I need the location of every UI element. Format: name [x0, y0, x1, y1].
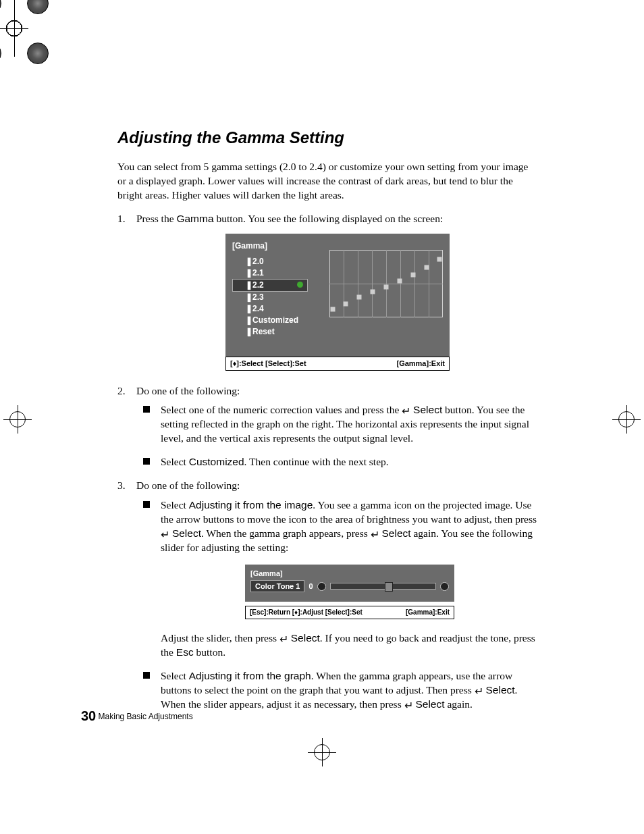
step-2: 2. Do one of the following: Select one o… — [117, 384, 539, 470]
enter-icon: ↵ — [475, 685, 483, 699]
osd-gamma-graph — [329, 250, 443, 317]
enter-icon: ↵ — [404, 699, 413, 713]
gamma-slider-osd-screenshot: [Gamma] Color Tone 1 0 [Esc — [245, 565, 454, 619]
button-label-select: Select — [413, 404, 442, 415]
option-label-adjust-from-graph: Adjusting it from the graph — [189, 670, 311, 681]
text: Select one of the numeric correction val… — [161, 404, 402, 415]
button-label-esc: Esc — [176, 646, 194, 658]
osd-title: [Gamma] — [250, 569, 449, 579]
option-label-adjust-from-image: Adjusting it from the image — [189, 499, 313, 511]
intro-paragraph: You can select from 5 gamma settings (2.… — [117, 160, 539, 203]
bullet-item: Select Adjusting it from the image. You … — [136, 498, 539, 660]
osd-status-bar: [Esc]:Return [♦]:Adjust [Select]:Set [Ga… — [245, 606, 454, 619]
registration-marks — [612, 405, 641, 434]
registration-marks — [0, 0, 28, 57]
osd-slider-label: Color Tone 1 — [250, 580, 304, 593]
section-heading: Adjusting the Gamma Setting — [117, 128, 539, 148]
osd-slider-value: 0 — [308, 581, 313, 592]
osd-menu-item: ❚2.0 — [232, 256, 308, 267]
text: Press the — [136, 213, 176, 224]
button-label-select: Select — [415, 698, 444, 710]
text: Do one of the following: — [136, 479, 240, 491]
osd-slider-track — [330, 583, 436, 590]
footer-section-title: Making Basic Adjustments — [99, 712, 193, 721]
osd-bar-left: [Esc]:Return [♦]:Adjust [Select]:Set — [250, 608, 363, 617]
osd-knob-icon — [317, 582, 326, 591]
text: Select — [161, 670, 189, 681]
osd-knob-icon — [440, 582, 449, 591]
osd-menu-item: ❚2.1 — [232, 267, 308, 279]
step-3: 3. Do one of the following: Select Adjus… — [117, 479, 539, 711]
text: Select — [161, 499, 189, 511]
bullet-list: Select Adjusting it from the image. You … — [136, 498, 539, 711]
text: . When the gamma graph appears, press — [201, 527, 371, 539]
text: Select — [161, 456, 189, 467]
step-1: 1. Press the Gamma button. You see the f… — [117, 212, 539, 371]
osd-bar-right: [Gamma]:Exit — [406, 608, 450, 617]
button-label-gamma: Gamma — [176, 213, 213, 224]
text: button. You see the following displayed … — [214, 213, 444, 224]
text: Adjust the slider, then press ↵ Select. … — [161, 631, 539, 660]
page-content: Adjusting the Gamma Setting You can sele… — [117, 128, 539, 721]
registration-marks — [308, 738, 336, 766]
osd-menu-item: ❚Customized — [232, 315, 308, 326]
enter-icon: ↵ — [161, 528, 169, 542]
option-label-customized: Customized — [189, 456, 244, 467]
gamma-osd-screenshot: [Gamma] ❚2.0 ❚2.1 ❚2.2 ❚2.3 ❚2.4 ❚Custom… — [225, 234, 450, 370]
page-footer: 30 Making Basic Adjustments — [81, 708, 193, 724]
enter-icon: ↵ — [402, 405, 410, 419]
bullet-item: Select Adjusting it from the graph. When… — [136, 669, 539, 712]
button-label-select: Select — [172, 527, 201, 539]
text: Do one of the following: — [136, 385, 240, 396]
osd-bar-right: [Gamma]:Exit — [396, 359, 445, 369]
osd-menu-item-selected: ❚2.2 — [232, 279, 308, 292]
osd-menu-item: ❚Reset — [232, 326, 308, 338]
page-number: 30 — [81, 708, 96, 723]
osd-slider-thumb — [385, 582, 393, 592]
button-label-select: Select — [382, 527, 411, 539]
text: . Then continue with the next step. — [244, 456, 389, 467]
osd-bar-left: [♦]:Select [Select]:Set — [230, 359, 306, 369]
bullet-list: Select one of the numeric correction val… — [136, 403, 539, 469]
osd-menu: ❚2.0 ❚2.1 ❚2.2 ❚2.3 ❚2.4 ❚Customized ❚Re… — [232, 256, 308, 338]
bullet-item: Select one of the numeric correction val… — [136, 403, 539, 446]
enter-icon: ↵ — [371, 528, 379, 542]
button-label-select: Select — [291, 632, 320, 644]
bullet-item: Select Customized. Then continue with th… — [136, 455, 539, 469]
button-label-select: Select — [486, 684, 515, 696]
osd-menu-item: ❚2.3 — [232, 292, 308, 303]
enter-icon: ↵ — [279, 633, 288, 647]
instruction-list: 1. Press the Gamma button. You see the f… — [117, 212, 539, 712]
text: again. — [445, 698, 473, 710]
registration-marks — [3, 405, 32, 434]
osd-menu-item: ❚2.4 — [232, 303, 308, 315]
osd-status-bar: [♦]:Select [Select]:Set [Gamma]:Exit — [225, 357, 450, 371]
document-page: Adjusting the Gamma Setting You can sele… — [0, 0, 644, 834]
